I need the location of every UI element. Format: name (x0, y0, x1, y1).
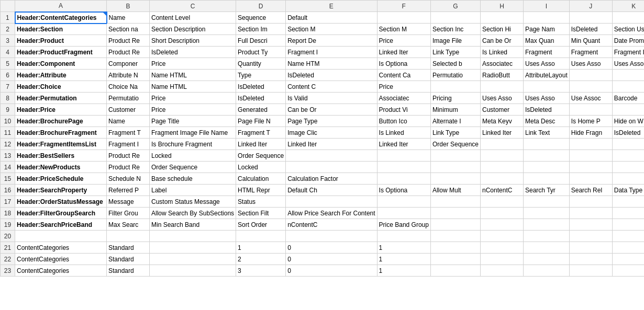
cell-3-7[interactable]: Can be Or (481, 35, 524, 47)
cell-7-1[interactable]: Choice Na (107, 81, 150, 93)
cell-4-5[interactable]: Linked Iter (377, 47, 430, 58)
cell-2-4[interactable]: Section M (286, 24, 377, 35)
cell-20-10[interactable] (612, 231, 644, 242)
row-num-5[interactable]: 5 (1, 58, 15, 70)
cell-10-3[interactable]: Page File N (236, 116, 286, 127)
cell-12-4[interactable]: Linked Iter (286, 139, 377, 150)
cell-3-5[interactable]: Price (377, 35, 430, 47)
col-header-k[interactable]: K (612, 1, 644, 12)
cell-1-4[interactable]: Default (286, 12, 377, 24)
row-num-9[interactable]: 9 (1, 104, 15, 116)
cell-3-3[interactable]: Full Descri (236, 35, 286, 47)
row-num-23[interactable]: 23 (1, 265, 15, 277)
cell-9-4[interactable]: Can be Or (286, 104, 377, 116)
cell-8-7[interactable]: Uses Asso (481, 93, 524, 104)
cell-22-10[interactable] (612, 254, 644, 265)
cell-22-8[interactable] (524, 254, 570, 265)
cell-13-6[interactable] (430, 150, 480, 162)
cell-23-3[interactable]: 3 (236, 265, 286, 277)
cell-18-4[interactable]: Allow Price Search For Content (286, 208, 377, 219)
col-header-d[interactable]: D (236, 1, 286, 12)
cell-15-10[interactable] (612, 173, 644, 185)
cell-23-6[interactable] (430, 265, 480, 277)
cell-2-3[interactable]: Section Im (236, 24, 286, 35)
row-num-17[interactable]: 17 (1, 196, 15, 208)
cell-21-9[interactable] (569, 242, 612, 254)
cell-23-0[interactable]: ContentCategories (15, 265, 107, 277)
cell-6-6[interactable]: Permutatio (430, 70, 480, 81)
cell-15-0[interactable]: Header:PriceSchedule (15, 173, 107, 185)
cell-3-4[interactable]: Report De (286, 35, 377, 47)
cell-6-8[interactable]: AttributeLayout (524, 70, 570, 81)
col-header-j[interactable]: J (569, 1, 612, 12)
cell-1-7[interactable] (481, 12, 524, 24)
cell-6-3[interactable]: Type (236, 70, 286, 81)
col-header-b[interactable]: B (107, 1, 150, 12)
cell-21-5[interactable]: 1 (377, 242, 430, 254)
cell-6-1[interactable]: Attribute N (107, 70, 150, 81)
cell-3-0[interactable]: Header:Product (15, 35, 107, 47)
row-num-3[interactable]: 3 (1, 35, 15, 47)
cell-22-5[interactable]: 1 (377, 254, 430, 265)
cell-16-6[interactable]: Allow Mult (430, 185, 480, 196)
cell-5-10[interactable]: Uses Asso (612, 58, 644, 70)
row-num-15[interactable]: 15 (1, 173, 15, 185)
cell-10-1[interactable]: Name (107, 116, 150, 127)
cell-10-10[interactable]: Hide on W (612, 116, 644, 127)
cell-16-4[interactable]: Default Ch (286, 185, 377, 196)
cell-19-10[interactable] (612, 219, 644, 231)
cell-11-2[interactable]: Fragment Image File Name (150, 127, 236, 139)
cell-5-8[interactable]: Uses Asso (524, 58, 570, 70)
cell-22-9[interactable] (569, 254, 612, 265)
row-num-1[interactable]: 1 (1, 12, 15, 24)
cell-2-0[interactable]: Header:Section (15, 24, 107, 35)
cell-13-4[interactable] (286, 150, 377, 162)
cell-5-1[interactable]: Componer (107, 58, 150, 70)
cell-9-9[interactable] (569, 104, 612, 116)
cell-15-7[interactable] (481, 173, 524, 185)
cell-12-10[interactable] (612, 139, 644, 150)
cell-19-0[interactable]: Header:SearchPriceBand (15, 219, 107, 231)
cell-16-10[interactable]: Data Type (612, 185, 644, 196)
row-num-7[interactable]: 7 (1, 81, 15, 93)
cell-13-8[interactable] (524, 150, 570, 162)
cell-5-4[interactable]: Name HTM (286, 58, 377, 70)
cell-11-0[interactable]: Header:BrochureFragment (15, 127, 107, 139)
cell-5-7[interactable]: Associatec (481, 58, 524, 70)
cell-4-9[interactable]: Fragment (569, 47, 612, 58)
cell-11-6[interactable]: Link Type (430, 127, 480, 139)
cell-12-1[interactable]: Fragment I (107, 139, 150, 150)
cell-7-4[interactable]: Content C (286, 81, 377, 93)
cell-6-9[interactable] (569, 70, 612, 81)
col-header-f[interactable]: F (377, 1, 430, 12)
cell-22-7[interactable] (481, 254, 524, 265)
cell-18-10[interactable] (612, 208, 644, 219)
cell-1-0[interactable]: Header:ContentCategories (15, 12, 107, 24)
cell-4-4[interactable]: Fragment I (286, 47, 377, 58)
cell-17-10[interactable] (612, 196, 644, 208)
cell-20-3[interactable] (236, 231, 286, 242)
cell-20-4[interactable] (286, 231, 377, 242)
col-header-i[interactable]: I (524, 1, 570, 12)
cell-19-1[interactable]: Max Searc (107, 219, 150, 231)
cell-22-2[interactable] (150, 254, 236, 265)
cell-18-6[interactable] (430, 208, 480, 219)
cell-16-9[interactable]: Search Rel (569, 185, 612, 196)
cell-22-0[interactable]: ContentCategories (15, 254, 107, 265)
row-num-22[interactable]: 22 (1, 254, 15, 265)
cell-15-6[interactable] (430, 173, 480, 185)
cell-9-2[interactable]: Price (150, 104, 236, 116)
cell-23-1[interactable]: Standard (107, 265, 150, 277)
cell-14-5[interactable] (377, 162, 430, 173)
cell-18-9[interactable] (569, 208, 612, 219)
cell-9-8[interactable]: IsDeleted (524, 104, 570, 116)
cell-12-6[interactable]: Order Sequence (430, 139, 480, 150)
cell-13-9[interactable] (569, 150, 612, 162)
cell-11-9[interactable]: Hide Fragn (569, 127, 612, 139)
row-num-6[interactable]: 6 (1, 70, 15, 81)
cell-22-6[interactable] (430, 254, 480, 265)
cell-5-9[interactable]: Uses Asso (569, 58, 612, 70)
cell-19-6[interactable] (430, 219, 480, 231)
cell-4-8[interactable]: Fragment (524, 47, 570, 58)
cell-1-5[interactable] (377, 12, 430, 24)
